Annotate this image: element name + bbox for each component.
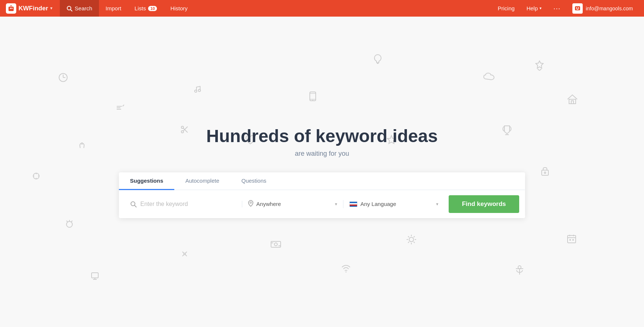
bg-icon-calendar: [567, 234, 576, 245]
language-dropdown[interactable]: Any Language ▾: [343, 201, 444, 207]
svg-rect-85: [350, 203, 357, 204]
svg-line-82: [135, 205, 137, 207]
svg-point-55: [518, 266, 521, 269]
svg-line-73: [408, 236, 409, 237]
svg-rect-42: [571, 101, 573, 104]
bg-icon-badge: [535, 60, 544, 73]
location-dropdown-arrow: ▾: [335, 202, 337, 207]
svg-rect-8: [576, 7, 577, 8]
svg-line-58: [538, 69, 539, 70]
help-chevron-icon: ▾: [539, 6, 542, 11]
keyword-input[interactable]: [140, 201, 237, 207]
svg-point-27: [33, 173, 39, 179]
nav-search[interactable]: Search: [60, 0, 99, 17]
svg-point-19: [66, 221, 72, 227]
svg-line-59: [539, 69, 541, 70]
svg-rect-54: [572, 239, 574, 241]
language-flag: [349, 201, 357, 207]
more-dots-icon: ···: [554, 4, 561, 13]
search-row: Anywhere ▾ Any Language ▾ Fin: [119, 190, 525, 218]
search-icon: [66, 6, 72, 11]
svg-rect-60: [271, 241, 281, 247]
svg-line-21: [66, 221, 68, 222]
center-content: Hundreds of keyword ideas are waiting fo…: [89, 126, 555, 218]
bg-icon-3: [77, 141, 87, 152]
svg-rect-41: [569, 99, 576, 104]
nav-import[interactable]: Import: [99, 0, 128, 17]
svg-rect-10: [576, 9, 579, 10]
svg-rect-23: [184, 253, 185, 255]
svg-point-17: [81, 143, 83, 144]
hero-title: Hundreds of keyword ideas: [206, 126, 438, 146]
svg-point-61: [274, 243, 277, 246]
bg-icon-8: [32, 172, 40, 181]
bg-icon-anchor: [515, 265, 524, 277]
nav-lists[interactable]: Lists 10: [128, 0, 164, 17]
svg-point-67: [312, 100, 314, 101]
user-email: info@mangools.com: [586, 6, 633, 11]
nav-left: Search Import Lists 10 History: [60, 0, 493, 17]
brand-chevron-icon: ▾: [50, 6, 52, 11]
svg-rect-9: [578, 7, 579, 8]
bg-icon-phone: [309, 91, 316, 103]
bg-icon-1: [58, 72, 68, 84]
nav-user[interactable]: info@mangools.com: [567, 0, 638, 17]
svg-point-37: [198, 89, 201, 92]
svg-point-68: [409, 237, 414, 242]
tab-questions[interactable]: Questions: [230, 172, 278, 190]
nav-pricing[interactable]: Pricing: [493, 0, 520, 17]
svg-rect-2: [11, 8, 13, 9]
svg-line-76: [408, 242, 409, 243]
search-box: Suggestions Autocomplete Questions: [119, 172, 525, 218]
svg-rect-1: [10, 8, 11, 9]
svg-line-6: [71, 10, 72, 11]
keyword-input-wrap: [125, 201, 242, 207]
bg-icon-music: [193, 85, 201, 94]
svg-rect-4: [11, 6, 11, 7]
svg-point-77: [346, 271, 347, 272]
bg-icon-6: [180, 249, 189, 260]
bg-icon-cloud: [483, 72, 495, 82]
bg-icon-bulb: [374, 54, 382, 66]
keyword-search-icon: [130, 201, 137, 207]
bg-icon-money: [270, 240, 281, 250]
bg-icon-sun: [406, 234, 417, 247]
location-icon: [248, 200, 253, 208]
svg-rect-49: [568, 235, 576, 243]
svg-rect-53: [569, 239, 571, 241]
tab-suggestions[interactable]: Suggestions: [119, 172, 174, 190]
brand[interactable]: KWFinder ▾: [6, 3, 52, 14]
svg-line-22: [71, 221, 72, 222]
nav-more[interactable]: ···: [548, 0, 566, 17]
user-avatar: [572, 3, 583, 14]
navbar: KWFinder ▾ Search Import Lists 10 Histor…: [0, 0, 644, 17]
nav-help[interactable]: Help ▾: [521, 0, 547, 17]
tab-autocomplete[interactable]: Autocomplete: [174, 172, 230, 190]
brand-name: KWFinder: [18, 5, 48, 12]
bg-icon-house: [567, 94, 578, 106]
bg-icon-5: [64, 218, 75, 231]
hero-subtitle: are waiting for you: [295, 150, 349, 158]
brand-icon: [6, 3, 16, 14]
svg-point-83: [250, 202, 251, 203]
search-tabs: Suggestions Autocomplete Questions: [119, 172, 525, 190]
svg-rect-0: [8, 7, 14, 11]
svg-rect-24: [92, 273, 98, 278]
language-value: Any Language: [360, 201, 433, 207]
nav-history[interactable]: History: [164, 0, 194, 17]
svg-rect-64: [310, 92, 316, 101]
svg-rect-86: [350, 204, 357, 206]
language-dropdown-arrow: ▾: [436, 202, 438, 207]
location-value: Anywhere: [256, 201, 332, 207]
find-keywords-button[interactable]: Find keywords: [449, 195, 519, 213]
bg-icon-wifi: [341, 265, 351, 274]
nav-right: Pricing Help ▾ ··· info@mangools.com: [493, 0, 638, 17]
bg-icon-7: [90, 271, 100, 282]
svg-rect-7: [575, 6, 580, 10]
main-content: Hundreds of keyword ideas are waiting fo…: [0, 17, 644, 327]
svg-line-75: [414, 236, 415, 237]
bg-icon-2: [116, 103, 125, 114]
svg-point-36: [195, 90, 197, 92]
location-dropdown[interactable]: Anywhere ▾: [242, 200, 343, 208]
svg-point-11: [59, 73, 67, 82]
